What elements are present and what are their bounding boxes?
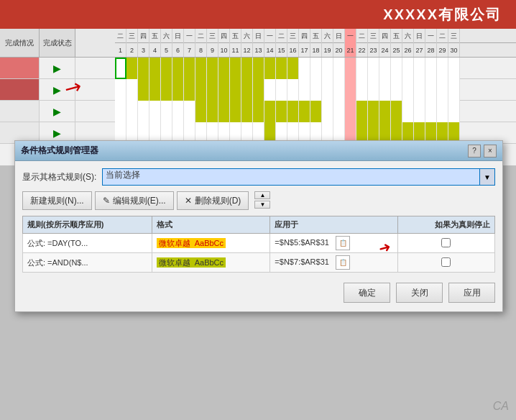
dialog-titlebar: 条件格式规则管理器 ? × [15,141,502,161]
ok-button[interactable]: 确定 [344,283,390,303]
rule1-formula: 公式: =DAY(TO... [23,234,152,253]
move-up-button[interactable]: ▲ [254,191,270,199]
rule2-format: 微软卓越 AaBbCc [152,253,270,273]
ca-watermark: CA [493,400,509,413]
edit-rule-button[interactable]: ✎ 编辑规则(E)... [95,191,174,210]
rule1-edit-icon[interactable]: 📋 [336,236,350,250]
rule1-format: 微软卓越 AaBbCc [152,234,270,253]
show-rules-label: 显示其格式规则(S): [22,171,96,183]
row-left: ▶ [0,58,115,78]
dialog-footer: 确定 关闭 应用 [22,278,495,304]
gantt-rows: ▶ [0,58,516,144]
row-dates [115,58,516,78]
date-header-section: 二 三 四 五 六 日 一 二 三 四 五 六 日 一 二 三 四 五 六 日 … [115,29,516,57]
col-stop-header: 如果为真则停止 [397,216,494,234]
header-complete-state: 完成状态 [40,29,75,58]
new-rule-button[interactable]: 新建规则(N)... [22,191,92,210]
company-header: XXXXX有限公司 [0,0,516,29]
dialog-body: 显示其格式规则(S): 当前选择 ▼ 新建规则(N)... ✎ 编辑规则(E).… [15,161,502,311]
column-headers: 完成情况 完成状态 二 三 四 五 六 日 一 二 三 四 五 六 日 一 二 … [0,29,516,58]
col-format-header: 格式 [152,216,270,234]
play-icon: ▶ [53,63,61,74]
date-num-row: 1 2 3 4 5 6 7 8 9 10 11 12 13 14 15 16 1… [115,43,516,57]
rules-table: 规则(按所示顺序应用) 格式 应用于 如果为真则停止 公式: =DAY(TO..… [22,216,495,273]
row-status [0,101,40,122]
close-dialog-button[interactable]: 关闭 [396,283,443,303]
rule1-stop-cell [397,234,494,253]
row-status [0,79,40,100]
company-title: XXXXX有限公司 [383,5,502,24]
edit-icon: ✎ [103,196,110,206]
table-row: ▶ [0,58,516,79]
move-down-button[interactable]: ▼ [254,201,270,209]
left-headers: 完成情况 完成状态 [0,29,115,57]
rule1-stop-checkbox[interactable] [441,238,451,247]
dialog-title: 条件格式规则管理器 [21,145,98,157]
show-rules-select[interactable]: 当前选择 [102,168,480,186]
play-icon: ▶ [53,127,61,139]
table-row: ▶ [0,79,516,101]
play-icon: ▶ [53,84,61,96]
up-down-buttons: ▲ ▼ [254,191,270,210]
play-icon: ▶ [53,106,61,117]
rule2-formula: 公式: =AND(N$... [23,253,152,273]
week-row: 二 三 四 五 六 日 一 二 三 四 五 六 日 一 二 三 四 五 六 日 … [115,29,516,43]
format-preview-2: 微软卓越 AaBbCc [157,257,226,268]
row-dates [115,79,516,100]
show-rules-row: 显示其格式规则(S): 当前选择 ▼ [22,168,495,186]
col-apply-header: 应用于 [270,216,397,234]
apply-button[interactable]: 应用 [448,283,495,303]
conditional-format-dialog: 条件格式规则管理器 ? × 显示其格式规则(S): 当前选择 ▼ 新建规则(N)… [14,140,503,312]
format-preview-1: 微软卓越 AaBbCc [157,238,226,248]
row-state: ▶ [40,79,75,100]
row-left: ▶ [0,101,115,122]
header-complete-status: 完成情况 [0,29,40,58]
row-status [0,58,40,78]
rule-row-2: 公式: =AND(N$... 微软卓越 AaBbCc =$N$7:$AR$31 … [23,253,495,273]
rule2-stop-cell [397,253,494,273]
col-rule-header: 规则(按所示顺序应用) [23,216,152,234]
delete-rule-button[interactable]: ✕ 删除规则(D) [177,191,249,210]
rule2-apply: =$N$7:$AR$31 📋 [270,253,397,273]
row-state: ▶ [40,101,75,122]
rule2-stop-checkbox[interactable] [441,257,451,267]
row-dates [115,101,516,122]
close-window-button[interactable]: × [484,145,497,158]
table-row: ▶ [0,101,516,122]
rule1-apply: =$N$5:$AR$31 📋 [270,234,397,253]
row-state: ▶ [40,58,75,78]
help-button[interactable]: ? [468,145,481,158]
show-rules-dropdown-arrow[interactable]: ▼ [479,168,495,186]
dialog-title-buttons: ? × [468,145,497,158]
row-left: ▶ [0,79,115,100]
dialog-toolbar: 新建规则(N)... ✎ 编辑规则(E)... ✕ 删除规则(D) ▲ ▼ [22,191,495,210]
delete-icon: ✕ [185,196,192,206]
rule2-edit-icon[interactable]: 📋 [336,255,350,270]
rule-row-1: 公式: =DAY(TO... 微软卓越 AaBbCc =$N$5:$AR$31 … [23,234,495,253]
